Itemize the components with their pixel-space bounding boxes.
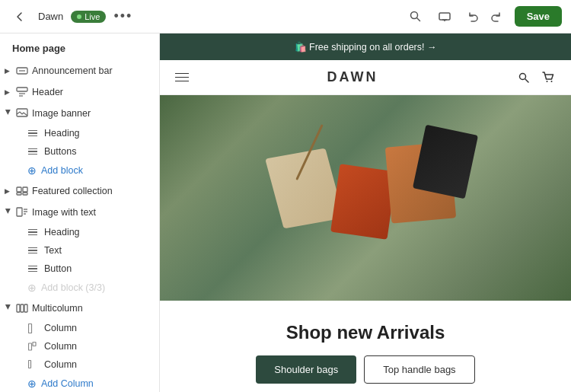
sidebar-subitem-col2[interactable]: Column: [0, 337, 159, 355]
add-column-button[interactable]: ⊕ Add Column: [0, 374, 159, 392]
svg-line-1: [417, 18, 420, 21]
bag-container: [251, 107, 480, 289]
more-button[interactable]: •••: [113, 8, 132, 24]
svg-rect-24: [33, 342, 36, 346]
save-button[interactable]: Save: [515, 6, 562, 27]
svg-rect-13: [17, 193, 21, 195]
shoulder-bags-button[interactable]: Shoulder bags: [256, 355, 356, 384]
expand-arrow-icon: ▶: [5, 110, 12, 117]
add-block-button[interactable]: ⊕ Add block: [0, 161, 159, 180]
main-layout: Home page ▶ Announcement bar ▶ Header ▶ …: [0, 33, 571, 392]
devices-icon: [439, 11, 451, 23]
store-name: Dawn: [38, 11, 63, 22]
sidebar-subitem-buttons[interactable]: Buttons: [0, 142, 159, 161]
plus-icon-col: ⊕: [27, 378, 37, 390]
image-with-text-icon: [15, 206, 29, 219]
heading1-label: Heading: [44, 128, 80, 139]
undo-button[interactable]: [463, 6, 484, 27]
expand-arrow-icon: ▶: [5, 88, 12, 96]
live-badge: Live: [71, 11, 106, 23]
svg-rect-21: [24, 304, 27, 312]
sidebar-item-image-with-text[interactable]: ▶ Image with text: [0, 202, 159, 223]
sidebar-item-featured-collection[interactable]: ▶ Featured collection: [0, 180, 159, 202]
svg-line-27: [525, 79, 528, 82]
announcement-text: 🛍️ Free shipping on all orders! →: [295, 41, 437, 53]
col3-label: Column: [44, 359, 77, 370]
add-block-disabled-label: Add block (3/3): [41, 282, 105, 293]
preview-header: DAWN: [160, 60, 571, 95]
sidebar-subitem-heading1[interactable]: Heading: [0, 124, 159, 142]
sidebar-item-image-banner[interactable]: ▶ Image banner: [0, 103, 159, 124]
sidebar-item-multicolumn[interactable]: ▶ Multicolumn: [0, 298, 159, 319]
svg-rect-14: [23, 193, 27, 195]
product-buttons: Shoulder bags Top handle bags: [175, 355, 556, 384]
buttons-label: Buttons: [44, 146, 76, 157]
svg-point-26: [520, 73, 526, 79]
top-handle-bags-button[interactable]: Top handle bags: [364, 355, 474, 384]
sidebar-item-announcement-bar[interactable]: ▶ Announcement bar: [0, 60, 159, 81]
plus-icon: ⊕: [27, 164, 37, 177]
expand-arrow-icon: ▶: [5, 304, 12, 312]
sidebar-item-header[interactable]: ▶ Header: [0, 81, 159, 103]
expand-arrow-icon: ▶: [5, 187, 12, 195]
multicolumn-icon: [15, 301, 29, 315]
arrivals-title: Shop new Arrivals: [175, 322, 556, 343]
heading2-label: Heading: [44, 227, 80, 237]
undo-icon: [467, 11, 479, 22]
add-block-disabled-button: ⊕ Add block (3/3): [0, 278, 159, 298]
sidebar-title: Home page: [0, 33, 159, 60]
search-icon: [410, 11, 421, 22]
featured-collection-icon: [15, 184, 29, 198]
cart-icon[interactable]: [541, 70, 556, 85]
undo-redo-group: [463, 6, 507, 27]
sidebar-subitem-col1[interactable]: Column: [0, 319, 159, 337]
preview-announcement-bar: 🛍️ Free shipping on all orders! →: [160, 33, 571, 60]
brand-name: DAWN: [327, 69, 378, 85]
bag2-shape: [330, 164, 397, 240]
col1-icon: [27, 323, 38, 333]
image-banner-icon: [15, 107, 29, 120]
back-icon: [14, 11, 26, 23]
back-button[interactable]: [9, 6, 30, 27]
multicolumn-label: Multicolumn: [32, 303, 153, 314]
devices-button[interactable]: [434, 6, 455, 27]
live-label: Live: [85, 12, 100, 21]
svg-rect-11: [17, 187, 21, 192]
col2-icon: [27, 341, 38, 352]
featured-collection-label: Featured collection: [32, 186, 153, 196]
sidebar-subitem-col3[interactable]: Column: [0, 355, 159, 374]
redo-button[interactable]: [486, 6, 507, 27]
lines-icon: [27, 245, 38, 256]
lines-icon: [27, 227, 38, 237]
header-icon: [15, 85, 29, 99]
sidebar: Home page ▶ Announcement bar ▶ Header ▶ …: [0, 33, 160, 392]
header-icons: [516, 70, 556, 85]
text-label: Text: [44, 245, 62, 256]
add-block-label: Add block: [41, 165, 83, 176]
expand-arrow-icon: ▶: [5, 209, 12, 216]
svg-rect-25: [28, 360, 30, 368]
svg-rect-22: [28, 323, 31, 333]
expand-arrow-icon: ▶: [5, 67, 12, 75]
button-label: Button: [44, 263, 72, 274]
hamburger-icon[interactable]: [175, 73, 189, 82]
svg-rect-20: [21, 304, 24, 312]
svg-rect-19: [17, 304, 20, 312]
preview-inner: 🛍️ Free shipping on all orders! → DAWN: [160, 33, 571, 392]
svg-point-28: [547, 81, 548, 82]
bag4-shape: [413, 125, 478, 199]
col2-label: Column: [44, 341, 77, 352]
svg-rect-7: [17, 88, 27, 91]
search-button[interactable]: [405, 6, 426, 27]
search-header-icon[interactable]: [516, 70, 531, 85]
add-column-label: Add Column: [41, 378, 94, 389]
sidebar-subitem-text[interactable]: Text: [0, 241, 159, 260]
announcement-bar-label: Announcement bar: [32, 65, 153, 76]
lines-icon: [27, 128, 38, 139]
sidebar-subitem-button[interactable]: Button: [0, 260, 159, 278]
sidebar-subitem-heading2[interactable]: Heading: [0, 223, 159, 241]
arrivals-section: Shop new Arrivals Shoulder bags Top hand…: [160, 301, 571, 392]
header-label: Header: [32, 87, 153, 97]
image-banner-label: Image banner: [32, 108, 153, 119]
svg-rect-2: [439, 13, 450, 20]
